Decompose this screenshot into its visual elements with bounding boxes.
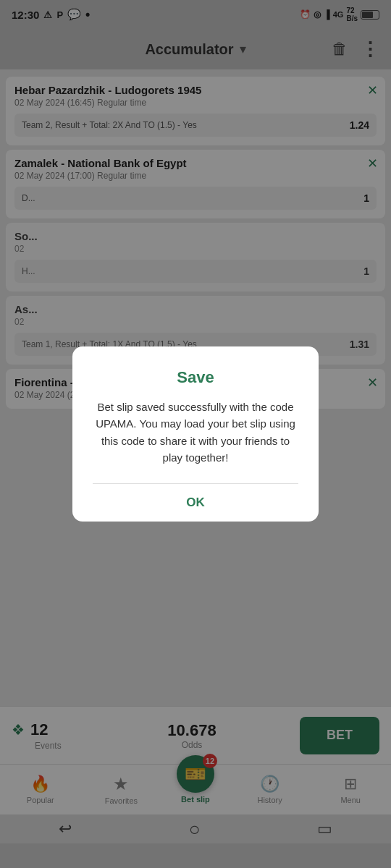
dialog-ok-button[interactable]: OK	[93, 484, 298, 522]
dialog-body: Bet slip saved successfully with the cod…	[93, 399, 298, 466]
save-dialog: Save Bet slip saved successfully with th…	[72, 346, 319, 522]
modal-overlay: Save Bet slip saved successfully with th…	[0, 0, 391, 868]
dialog-title: Save	[177, 368, 214, 387]
